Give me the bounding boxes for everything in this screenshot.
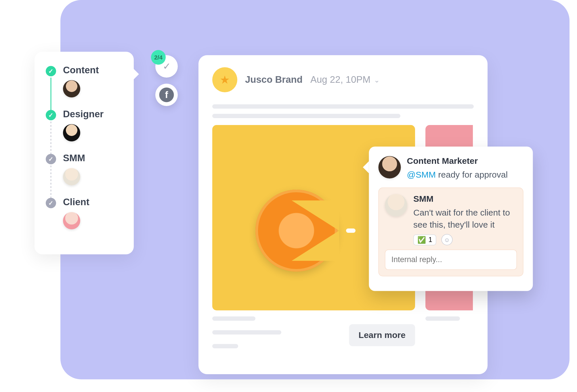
text-placeholder xyxy=(212,316,255,321)
facebook-icon: f xyxy=(159,88,174,102)
check-icon: ✓ xyxy=(46,154,56,164)
text-placeholder xyxy=(425,316,460,321)
orange-graphic xyxy=(255,190,337,272)
check-icon: ✓ xyxy=(46,110,56,120)
avatar xyxy=(63,168,80,185)
reaction-count: 1 xyxy=(429,236,432,244)
reaction-button[interactable]: ✅ 1 xyxy=(413,234,436,245)
workflow-step-smm[interactable]: ✓ SMM xyxy=(46,153,123,185)
approval-count-badge: 2/4 xyxy=(151,50,166,65)
chevron-down-icon: ⌄ xyxy=(374,76,380,84)
avatar xyxy=(63,80,80,97)
post-header: ★ Jusco Brand Aug 22, 10PM ⌄ xyxy=(212,67,474,92)
workflow-step-label: Client xyxy=(63,197,89,208)
status-icon-stack: 2/4 ✓ f xyxy=(155,55,178,106)
add-reaction-button[interactable]: ☺ xyxy=(441,234,452,245)
approval-workflow-panel: ✓ Content ✓ Designer ✓ SMM ✓ xyxy=(35,52,134,254)
workflow-step-label: Designer xyxy=(63,109,104,120)
text-placeholder xyxy=(212,104,474,109)
post-time-text: Aug 22, 10PM xyxy=(310,74,370,85)
text-placeholder xyxy=(212,344,238,348)
pill-graphic xyxy=(346,228,356,233)
workflow-step-label: SMM xyxy=(63,153,85,164)
text-placeholder xyxy=(212,330,281,335)
comment-thread-popover: Content Marketer @SMM ready for approval… xyxy=(369,147,533,291)
workflow-connector xyxy=(51,166,51,200)
avatar xyxy=(385,194,407,216)
avatar xyxy=(379,156,401,178)
smiley-plus-icon: ☺ xyxy=(444,236,450,243)
star-icon: ★ xyxy=(220,73,230,87)
text-placeholder xyxy=(212,114,400,118)
avatar xyxy=(63,124,80,141)
workflow-connector xyxy=(51,122,51,156)
cta-button[interactable]: Learn more xyxy=(349,324,415,346)
workflow-step-client[interactable]: ✓ Client xyxy=(46,197,123,229)
mention-link[interactable]: @SMM xyxy=(407,170,436,179)
comment-author: Content Marketer xyxy=(407,156,508,166)
avatar xyxy=(63,212,80,229)
internal-reply-input[interactable] xyxy=(385,250,517,270)
check-icon: ✓ xyxy=(46,198,56,208)
platform-facebook-button[interactable]: f xyxy=(155,84,178,106)
brand-avatar: ★ xyxy=(212,67,237,92)
comment-text: Can't wait for the client to see this, t… xyxy=(413,207,517,231)
workflow-step-label: Content xyxy=(63,65,99,76)
workflow-step-designer[interactable]: ✓ Designer xyxy=(46,109,123,141)
workflow-step-content[interactable]: ✓ Content xyxy=(46,65,123,97)
check-icon: ✓ xyxy=(46,66,56,76)
comment-reply-block: SMM Can't wait for the client to see thi… xyxy=(379,188,523,276)
workflow-connector xyxy=(51,78,51,112)
comment-text: @SMM ready for approval xyxy=(407,169,508,181)
approval-status-button[interactable]: 2/4 ✓ xyxy=(155,55,178,78)
reaction-emoji: ✅ xyxy=(417,236,426,244)
check-icon: ✓ xyxy=(163,61,171,72)
comment-author: SMM xyxy=(413,194,517,204)
brand-name: Jusco Brand xyxy=(245,74,303,85)
post-schedule-time[interactable]: Aug 22, 10PM ⌄ xyxy=(310,74,380,85)
comment-text-tail: ready for approval xyxy=(436,170,508,179)
